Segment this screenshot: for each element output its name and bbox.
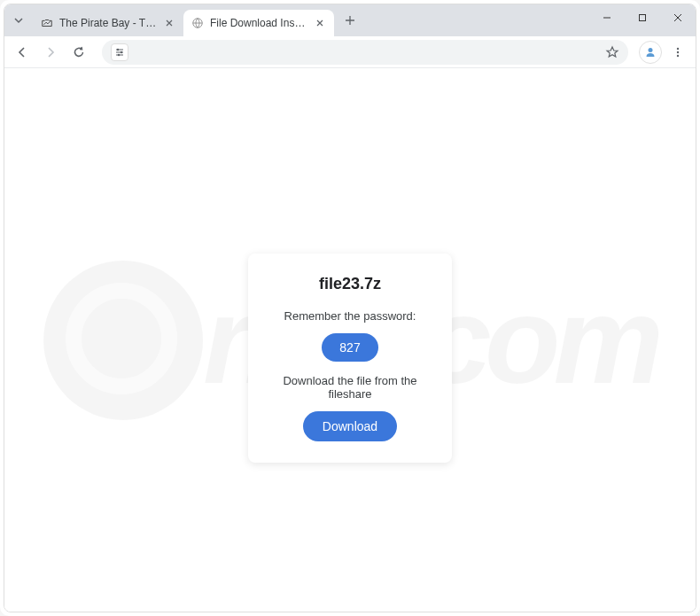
tab-strip: The Pirate Bay - The galaxy's m... File … (4, 4, 696, 36)
tab-title: The Pirate Bay - The galaxy's m... (59, 17, 157, 29)
close-window-button[interactable] (660, 4, 696, 31)
tab-title: File Download Instructions for f... (210, 17, 307, 29)
download-card: file23.7z Remember the password: 827 Dow… (248, 253, 452, 463)
download-button[interactable]: Download (303, 411, 397, 441)
password-pill: 827 (322, 333, 377, 362)
close-tab-icon[interactable] (313, 16, 327, 30)
filename-heading: file23.7z (264, 275, 436, 293)
svg-point-4 (118, 53, 120, 55)
maximize-button[interactable] (625, 4, 660, 31)
svg-rect-1 (640, 15, 646, 21)
back-button[interactable] (10, 40, 35, 65)
watermark-magnifier-icon (43, 261, 203, 420)
svg-point-7 (677, 51, 679, 52)
svg-point-2 (117, 48, 119, 50)
remember-password-label: Remember the password: (264, 309, 436, 323)
browser-window: The Pirate Bay - The galaxy's m... File … (4, 4, 696, 612)
forward-button[interactable] (38, 40, 63, 65)
address-bar[interactable] (102, 40, 628, 65)
svg-point-8 (677, 54, 679, 56)
site-settings-icon[interactable] (111, 43, 128, 61)
page-content: risk.com file23.7z Remember the password… (4, 68, 696, 612)
svg-point-6 (677, 47, 679, 49)
bookmark-star-icon[interactable] (605, 45, 619, 59)
tabs-search-button[interactable] (6, 8, 31, 33)
svg-point-3 (121, 51, 122, 52)
tab-favicon-icon (40, 16, 54, 30)
browser-toolbar (4, 36, 696, 68)
profile-button[interactable] (639, 41, 662, 64)
new-tab-button[interactable] (338, 8, 362, 33)
svg-point-5 (649, 48, 653, 52)
minimize-button[interactable] (589, 4, 625, 31)
kebab-menu-icon[interactable] (665, 40, 690, 65)
window-controls (589, 4, 696, 33)
globe-icon (191, 16, 205, 30)
tab-file-download[interactable]: File Download Instructions for f... (183, 10, 334, 36)
download-instruction-text: Download the file from the fileshare (264, 374, 436, 401)
close-tab-icon[interactable] (162, 16, 176, 30)
tab-pirate-bay[interactable]: The Pirate Bay - The galaxy's m... (33, 10, 183, 36)
reload-button[interactable] (66, 40, 91, 65)
